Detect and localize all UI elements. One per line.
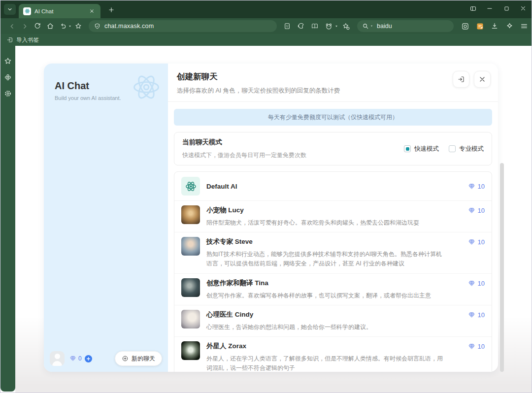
gem-icon (468, 238, 475, 246)
night-mode-button[interactable] (295, 20, 307, 32)
tab-close-button[interactable] (87, 7, 96, 16)
user-avatar[interactable] (50, 351, 65, 366)
panda-dropdown-caret-icon[interactable] (334, 24, 338, 28)
assistant-panda-button[interactable] (322, 20, 335, 32)
chat-mode-title: 当前聊天模式 (182, 138, 306, 147)
notes-button[interactable] (473, 20, 486, 32)
free-quota-banner: 每天有少量免费额度可以测试（仅快速模式可用） (174, 109, 492, 126)
gem-icon (69, 355, 76, 362)
minimize-button[interactable] (481, 0, 498, 16)
man-photo (181, 237, 200, 256)
import-icon (6, 36, 13, 43)
search-icon (362, 23, 369, 30)
gem-balance: 0 (78, 355, 82, 362)
role-row[interactable]: 外星人 Zorax 外星人，还在学习人类语言，了解很多知识，但是不理解人类情感。… (174, 337, 492, 372)
role-name: Default AI (206, 183, 460, 190)
window-controls (465, 0, 532, 16)
clover-icon (3, 73, 12, 82)
fast-mode-checkbox[interactable] (404, 145, 411, 152)
role-text: 小宠物 Lucy 陪伴型宠物犬，活泼可爱有好奇心。喜欢吃骨头和肉罐头，热爱去公园… (206, 205, 468, 228)
search-engine-text[interactable]: baidu (377, 23, 392, 30)
browser-tab[interactable]: AI Chat (19, 4, 100, 18)
gem-icon (468, 207, 475, 214)
gem-icon (468, 311, 475, 319)
close-window-button[interactable] (515, 0, 532, 16)
new-tab-button[interactable] (105, 4, 117, 16)
back-icon (8, 23, 16, 30)
settings-sidebar-button[interactable] (3, 89, 12, 98)
mode-option-fast[interactable]: 快速模式 (404, 145, 439, 153)
chat-mode-text: 当前聊天模式 快速模式下，傲游会员每日可用一定量免费次数 (182, 138, 306, 160)
role-name: 心理医生 Cindy (206, 310, 460, 319)
address-bar[interactable]: chat.maxask.com (89, 20, 277, 32)
maximize-button[interactable] (498, 0, 515, 16)
toolbar-right-tools (459, 20, 531, 32)
login-button[interactable] (453, 71, 469, 88)
star-badge-icon (342, 22, 350, 31)
page-scrollbar[interactable] (500, 163, 504, 372)
import-bookmarks-label: 导入书签 (16, 36, 39, 44)
role-list: Default AI 10 小宠物 Lucy 陪伴型宠物犬，活泼可爱有好奇心。喜… (174, 171, 492, 372)
role-row[interactable]: 小宠物 Lucy 陪伴型宠物犬，活泼可爱有好奇心。喜欢吃骨头和肉罐头，热爱去公园… (174, 201, 492, 232)
mode-option-pro[interactable]: 专业模式 (449, 145, 484, 153)
role-row[interactable]: 技术专家 Steve 熟知IT技术和行业动态，能够为您提供多种技术辅导和支持的A… (174, 232, 492, 273)
favorites-sidebar-button[interactable] (3, 57, 12, 66)
bookmark-star-button[interactable] (72, 20, 85, 32)
fast-mode-label: 快速模式 (414, 145, 439, 153)
reading-mode-button[interactable] (308, 20, 321, 32)
tab-favicon-atom-icon (23, 7, 31, 15)
home-button[interactable] (44, 20, 57, 32)
role-text: 技术专家 Steve 熟知IT技术和行业动态，能够为您提供多种技术辅导和支持的A… (206, 237, 468, 268)
role-row[interactable]: 心理医生 Cindy 心理医生，告诉她你的想法和问题，她会给你一些科学的建议。 … (174, 305, 492, 337)
site-security-shield-icon[interactable] (94, 23, 101, 30)
orange-note-icon (476, 22, 484, 31)
dialog-title: 创建新聊天 (177, 71, 489, 82)
search-engine-caret-icon[interactable] (370, 24, 374, 28)
gem-icon (468, 183, 475, 190)
role-price: 10 (468, 207, 485, 214)
downloads-button[interactable] (488, 20, 501, 32)
chevron-down-icon (7, 6, 13, 12)
screenshot-button[interactable] (459, 20, 471, 32)
tab-list-dropdown-button[interactable] (4, 4, 16, 15)
back-button[interactable] (5, 20, 18, 32)
close-dialog-button[interactable] (474, 71, 491, 88)
close-icon (478, 75, 486, 83)
forward-button[interactable] (18, 20, 31, 32)
extensions-button[interactable] (503, 20, 516, 32)
pro-mode-checkbox[interactable] (449, 145, 456, 152)
reload-button[interactable] (31, 20, 44, 32)
reader-card-button[interactable] (281, 20, 294, 32)
split-window-icon (469, 5, 477, 12)
new-chat-dialog: 创建新聊天 选择你喜欢的 AI 角色，聊天定价按照收到的回复的条数计费 (168, 64, 498, 372)
new-chat-button[interactable]: 新的聊天 (115, 351, 162, 366)
panda-icon (325, 22, 333, 31)
role-row[interactable]: Default AI 10 (174, 172, 492, 201)
apps-sidebar-button[interactable] (3, 73, 12, 82)
gem-count: 10 (478, 207, 485, 214)
search-box[interactable]: baidu (357, 20, 454, 32)
undo-dropdown-caret-icon[interactable] (68, 24, 72, 28)
gem-icon (468, 343, 475, 350)
home-icon (46, 22, 54, 30)
new-chat-label: 新的聊天 (132, 355, 155, 363)
plus-icon (108, 6, 115, 13)
import-bookmarks-button[interactable]: 导入书签 (6, 36, 39, 44)
toolbar: chat.maxask.com (0, 18, 532, 34)
menu-button[interactable] (518, 20, 531, 32)
atom-icon (181, 177, 200, 196)
role-price: 10 (468, 238, 485, 246)
side-strip (0, 46, 15, 392)
note-face-icon (283, 22, 291, 30)
role-row[interactable]: 创意作家和翻译 Tina 创意写作作家。喜欢编写各种各样的故事，也可以撰写文案，… (174, 274, 492, 305)
favorites-badge-button[interactable] (339, 20, 352, 32)
login-icon (457, 75, 465, 83)
browser-window: AI Chat (0, 0, 532, 393)
url-text[interactable]: chat.maxask.com (104, 23, 154, 30)
split-view-button[interactable] (465, 0, 481, 16)
plus-icon (86, 357, 91, 361)
role-text: 心理医生 Cindy 心理医生，告诉她你的想法和问题，她会给你一些科学的建议。 (206, 310, 468, 332)
role-price: 10 (468, 343, 485, 350)
add-gems-button[interactable] (85, 355, 92, 362)
role-desc: 外星人，还在学习人类语言，了解很多知识，但是不理解人类情感。有时候会胡言乱语，用… (206, 354, 460, 372)
